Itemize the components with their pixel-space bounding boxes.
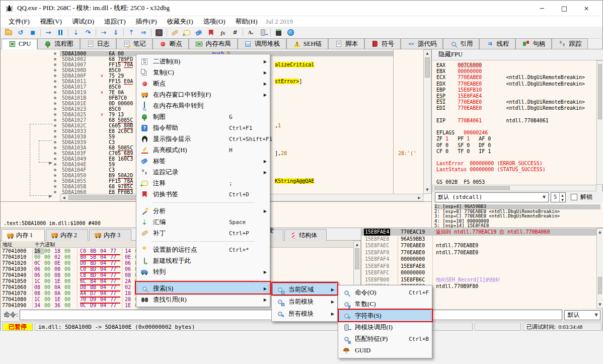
scroll-down-icon[interactable]: ▼ [597, 303, 603, 307]
stop-button[interactable]: ■ [27, 27, 39, 38]
scroll-thumb[interactable] [434, 186, 510, 190]
stack-row[interactable]: 15E8FAFC00000000 [361, 269, 596, 276]
menu-item-GUID[interactable]: GUID [339, 345, 431, 356]
run-button[interactable]: → [42, 27, 54, 38]
dump-tab-结构体[interactable]: 结构体 [284, 229, 327, 241]
dump-tab-内存 1[interactable]: 内存 1 [2, 229, 45, 241]
tab-引用[interactable]: 引用 [443, 38, 479, 49]
tab-调用堆栈[interactable]: 调用堆栈 [238, 38, 286, 49]
globe-button[interactable] [284, 27, 296, 38]
register-row[interactable]: EAX 007C6000 [436, 62, 482, 68]
menu-item-查找引用(R)[interactable]: 查找引用(R)▶ [137, 294, 269, 305]
register-row[interactable]: CF 0 TF 0 IF 1 [436, 149, 491, 155]
menu-item-匹配特征(P)[interactable]: ▦匹配特征(P)Ctrl+B [339, 333, 431, 345]
stack-row[interactable]: 15E8FAF815E8FAE8 [361, 263, 596, 270]
functions-button[interactable]: fx [217, 27, 229, 38]
menu-item-分析[interactable]: 分析▶ [137, 205, 269, 216]
scroll-up-icon[interactable]: ▲ [424, 51, 431, 55]
disasm-vertical-scrollbar[interactable]: ▲ ▼ [423, 49, 431, 194]
tab-日志[interactable]: 日志 [80, 38, 116, 49]
tab-脚本[interactable]: 脚本 [328, 38, 364, 49]
argument-count-stepper[interactable]: 5 ▲▼ [551, 192, 566, 202]
register-row[interactable]: EFLAGS 00000246 [436, 130, 488, 136]
registers-pane[interactable]: EAX 007C6000EBX 00000000ECX 770EABE0 <nt… [432, 60, 603, 185]
arguments-pane[interactable]: 1: [esp+4] 96A59BB32: [esp+8] 770EABE0 <… [432, 203, 603, 228]
tab-句柄[interactable]: 句柄 [515, 38, 552, 49]
run-to-selection-button[interactable]: ⇢ [98, 27, 110, 38]
register-row[interactable]: ECX 770EABE0 <ntdll.DbgUiRemoteBreakin> [436, 75, 585, 81]
menu-item-标签[interactable]: 标签▶ [137, 156, 269, 167]
scroll-down-icon[interactable]: ▼ [424, 188, 431, 192]
menu-item-新建线程于此[interactable]: 新建线程于此 [137, 255, 269, 266]
patches-button[interactable] [169, 27, 181, 38]
menu-item-收藏夹(I)[interactable]: 收藏夹(I) [162, 16, 198, 27]
stack-row[interactable]: 15E8FAE896A59BB3 [361, 236, 596, 243]
register-row[interactable]: ESP 15E8FAE4 [436, 93, 482, 99]
scroll-thumb[interactable] [598, 64, 602, 119]
menu-item-调试(D)[interactable]: 调试(D) [67, 16, 99, 27]
scroll-up-icon[interactable]: ▲ [354, 243, 360, 247]
menu-item-二进制(B)[interactable]: 0110二进制(B)▶ [137, 56, 269, 67]
menu-item-搜索(S)[interactable]: 搜索(S)▶ [137, 283, 269, 294]
menu-item-文件(F)[interactable]: 文件(F) [4, 16, 35, 27]
dump-tab-内存 3[interactable]: 内存 3 [89, 229, 131, 241]
step-out-button[interactable]: ⇓ [110, 27, 122, 38]
menu-item-显示指令提示[interactable]: 显示指令提示Ctrl+Shift+F1 [137, 133, 269, 144]
stack-row[interactable]: 15E8FAE4770EAC19返回到 ntdll.770EAC19 自 ntd… [361, 229, 596, 236]
register-row[interactable]: ZF 1 PF 1 AF 0 [436, 136, 491, 142]
menu-item-追踪(T)[interactable]: 追踪(T) [99, 16, 131, 27]
menu-item-切换书签[interactable]: 切换书签Ctrl+D [137, 189, 269, 200]
tab-CPU[interactable]: CPU [2, 39, 37, 49]
s-button[interactable]: S [153, 27, 165, 38]
register-row[interactable]: EDX 770EABE0 <ntdll.DbgUiRemoteBreakin> [436, 81, 585, 87]
restart-button[interactable]: ↺ [15, 27, 27, 38]
command-profile-select[interactable]: 默认 ▼ [564, 310, 600, 320]
menu-item-当前模块[interactable]: 当前模块▶ [273, 296, 336, 308]
open-file-button[interactable] [3, 27, 15, 38]
register-row[interactable]: GS 002B FS 0053 [436, 179, 485, 185]
register-row[interactable]: EDI 770EABE0 <ntdll.DbgUiRemoteBreakin> [436, 105, 585, 111]
menu-item-补丁[interactable]: 补丁Ctrl+P [137, 228, 269, 239]
menu-item-制图[interactable]: 制图G [137, 111, 269, 122]
registers-vertical-scrollbar[interactable] [596, 60, 603, 185]
menu-item-常数(C)[interactable]: #常数(C) [339, 299, 431, 310]
register-row[interactable]: OF 0 SF 0 DF 0 [436, 142, 491, 149]
menu-item-帮助(H)[interactable]: 帮助(H) [231, 16, 263, 27]
scroll-up-icon[interactable]: ▲ [597, 230, 603, 234]
menu-item-注释[interactable]: 注释; [137, 178, 269, 189]
stack-row[interactable]: 15E8FB0015E8FB6C指向SEH_Record[1]的指针 [361, 276, 596, 283]
step-over-button[interactable]: ↷ [82, 27, 94, 38]
menu-item-指令帮助[interactable]: ?指令帮助Ctrl+F1 [137, 122, 269, 133]
bookmarks-button[interactable] [205, 27, 217, 38]
menu-item-复制(C)[interactable]: 复制(C)▶ [137, 67, 269, 78]
tab-SEH链[interactable]: SEH链 [286, 38, 328, 49]
stack-vertical-scrollbar[interactable]: ▲ ▼ [596, 228, 603, 309]
minimize-button[interactable]: − [531, 1, 553, 16]
tab-内存布局[interactable]: 内存布局 [189, 38, 238, 49]
scroll-right-icon[interactable]: ▶ [417, 196, 422, 200]
unlock-checkbox[interactable] [571, 194, 577, 200]
menu-item-字符串(S)[interactable]: "字符串(S) [339, 310, 431, 322]
menu-item-视图(V)[interactable]: 视图(V) [35, 16, 67, 27]
menu-item-插件(P)[interactable]: 插件(P) [131, 16, 162, 27]
scroll-thumb[interactable] [355, 248, 359, 269]
pause-button[interactable] [54, 27, 66, 38]
tab-笔记[interactable]: 笔记 [116, 38, 153, 49]
tab-源代码[interactable]: <>源代码 [401, 38, 443, 49]
labels-button[interactable] [193, 27, 205, 38]
registers-horizontal-scrollbar[interactable] [432, 185, 596, 191]
menu-item-设置新的运行点[interactable]: *设置新的运行点Ctrl+* [137, 244, 269, 255]
register-row[interactable]: EIP 770B4061 ntdll.770B4061 [436, 118, 549, 124]
register-row[interactable]: ESI 770EABE0 <ntdll.DbgUiRemoteBreakin> [436, 99, 585, 105]
register-row[interactable]: EBP 15E8FB10 [436, 87, 482, 93]
tab-流程图[interactable]: 流程图 [37, 38, 80, 49]
menu-item-追踪记录[interactable]: 追踪记录▶ [137, 167, 269, 178]
menu-item-命令(O)[interactable]: ›命令(O)Ctrl+F [339, 287, 431, 299]
menu-item-断点[interactable]: 断点▶ [137, 78, 269, 89]
run-to-user-code-button[interactable]: ⇒ [137, 27, 149, 38]
menu-item-高亮模式(H)[interactable]: 高亮模式(H)H [137, 144, 269, 156]
tab-断点[interactable]: 断点 [153, 38, 189, 49]
step-into-button[interactable]: ⇣ [70, 27, 82, 38]
az-button[interactable]: Az [245, 27, 257, 38]
menu-item-转到[interactable]: 转到▶ [137, 266, 269, 277]
